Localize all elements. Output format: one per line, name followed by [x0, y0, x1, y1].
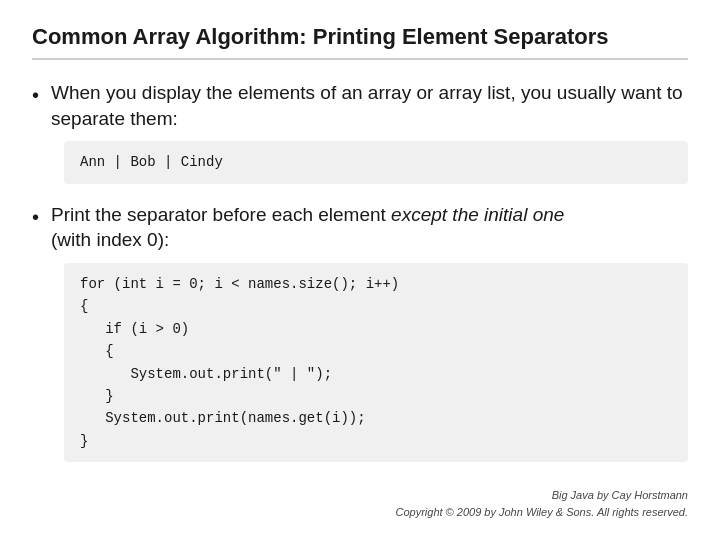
bullet-text-1: When you display the elements of an arra… [51, 80, 688, 131]
code-line-for: for (int i = 0; i < names.size(); i++) [80, 273, 672, 295]
code-block-1: Ann | Bob | Cindy [64, 141, 688, 183]
footer-text: Big Java by Cay Horstmann Copyright © 20… [32, 487, 688, 520]
bullet-dot-1: • [32, 82, 39, 108]
content-area: • When you display the elements of an ar… [32, 80, 688, 477]
bullet-item-1: • When you display the elements of an ar… [32, 80, 688, 184]
code-line-print1: System.out.print(" | "); [80, 363, 672, 385]
italic-text: except the initial one [391, 204, 564, 225]
code-line-open1: { [80, 295, 672, 317]
slide-title: Common Array Algorithm: Printing Element… [32, 24, 688, 50]
footer-line1: Big Java by Cay Horstmann [552, 489, 688, 501]
footer-line2: Copyright © 2009 by John Wiley & Sons. A… [395, 506, 688, 518]
bullet-dot-2: • [32, 204, 39, 230]
code-line-1: Ann | Bob | Cindy [80, 151, 672, 173]
code-line-open2: { [80, 340, 672, 362]
bullet-row-2: • Print the separator before each elemen… [32, 202, 688, 253]
footer: Big Java by Cay Horstmann Copyright © 20… [32, 477, 688, 520]
title-area: Common Array Algorithm: Printing Element… [32, 24, 688, 60]
code-line-close2: } [80, 385, 672, 407]
slide: Common Array Algorithm: Printing Element… [0, 0, 720, 540]
code-line-print2: System.out.print(names.get(i)); [80, 407, 672, 429]
code-block-2: for (int i = 0; i < names.size(); i++) {… [64, 263, 688, 462]
code-line-close1: } [80, 430, 672, 452]
bullet-text-2: Print the separator before each element … [51, 202, 564, 253]
bullet-row-1: • When you display the elements of an ar… [32, 80, 688, 131]
code-line-if: if (i > 0) [80, 318, 672, 340]
bullet-item-2: • Print the separator before each elemen… [32, 202, 688, 462]
